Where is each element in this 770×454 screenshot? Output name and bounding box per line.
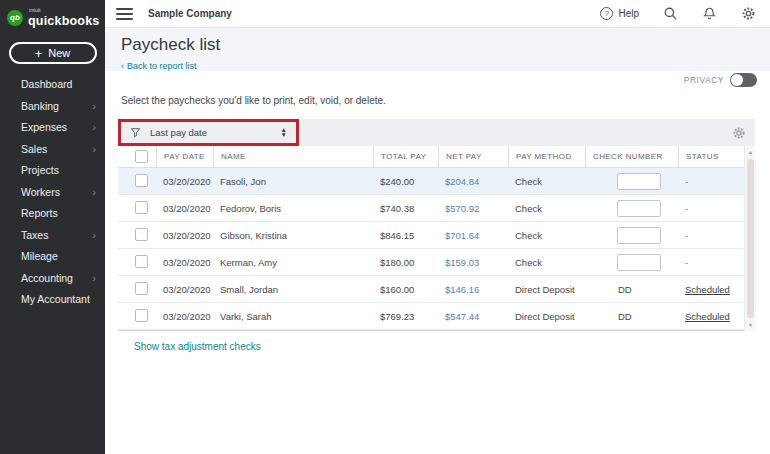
status-scheduled-link[interactable]: Scheduled xyxy=(685,311,730,322)
col-header-check-number: CHECK NUMBER xyxy=(585,146,678,167)
row-checkbox[interactable] xyxy=(135,282,148,295)
notifications-bell-icon[interactable] xyxy=(702,6,717,21)
filter-funnel-icon xyxy=(130,127,141,138)
search-icon[interactable] xyxy=(663,6,678,21)
qb-circle-icon: qb xyxy=(7,10,23,26)
sidebar-item-mileage[interactable]: Mileage xyxy=(0,246,105,268)
new-button-label: New xyxy=(48,47,70,59)
table-row: 03/20/2020 Fasoli, Jon $240.00 $204.84 C… xyxy=(118,168,755,195)
scrollbar-thumb[interactable] xyxy=(747,159,754,318)
sidebar-item-reports[interactable]: Reports xyxy=(0,203,105,225)
row-checkbox[interactable] xyxy=(135,255,148,268)
check-number-dd: DD xyxy=(585,311,678,322)
table-row: 03/20/2020 Small, Jordan $160.00 $146.16… xyxy=(118,276,755,303)
show-tax-adjustment-checks-link[interactable]: Show tax adjustment checks xyxy=(134,341,261,352)
check-number-input[interactable] xyxy=(617,200,661,217)
main-content: PRIVACY Select the paychecks you'd like … xyxy=(105,71,770,454)
paycheck-table: PAY DATE NAME TOTAL PAY NET PAY PAY METH… xyxy=(118,146,755,331)
scroll-down-icon[interactable]: ▼ xyxy=(745,322,757,328)
check-number-input[interactable] xyxy=(617,173,661,190)
sidebar-item-my-accountant[interactable]: My Accountant xyxy=(0,289,105,311)
net-pay-link[interactable]: $146.16 xyxy=(438,284,508,295)
hamburger-menu-icon[interactable] xyxy=(116,8,133,20)
col-header-pay-date: PAY DATE xyxy=(156,146,213,167)
select-all-checkbox[interactable] xyxy=(135,150,148,163)
dropdown-spinner-icon: ▲▼ xyxy=(281,128,287,136)
table-row: 03/20/2020 Varki, Sarah $769.23 $547.44 … xyxy=(118,303,755,330)
table-scrollbar[interactable]: ▲ ▼ xyxy=(744,146,756,331)
sidebar-item-expenses[interactable]: Expenses› xyxy=(0,117,105,139)
chevron-right-icon: › xyxy=(92,225,96,247)
row-checkbox[interactable] xyxy=(135,201,148,214)
topbar: Sample Company ? Help xyxy=(105,0,770,28)
check-number-input[interactable] xyxy=(617,227,661,244)
help-button[interactable]: ? Help xyxy=(600,7,639,20)
pay-date-filter-dropdown[interactable]: Last pay date ▲▼ xyxy=(118,119,299,146)
table-row: 03/20/2020 Gibson, Kristina $846.15 $701… xyxy=(118,222,755,249)
sidebar-item-workers[interactable]: Workers› xyxy=(0,182,105,204)
net-pay-link[interactable]: $547.44 xyxy=(438,311,508,322)
sidebar-nav: Dashboard Banking› Expenses› Sales› Proj… xyxy=(0,74,105,311)
table-header-row: PAY DATE NAME TOTAL PAY NET PAY PAY METH… xyxy=(118,146,755,168)
row-checkbox[interactable] xyxy=(135,228,148,241)
quickbooks-wordmark: quickbooks xyxy=(28,15,99,28)
net-pay-link[interactable]: $701.64 xyxy=(438,230,508,241)
chevron-right-icon: › xyxy=(92,182,96,204)
check-number-dd: DD xyxy=(585,284,678,295)
sidebar-item-sales[interactable]: Sales› xyxy=(0,139,105,161)
privacy-label: PRIVACY xyxy=(684,75,724,85)
sidebar-item-projects[interactable]: Projects xyxy=(0,160,105,182)
quickbooks-logo[interactable]: qb intuit quickbooks xyxy=(0,0,105,33)
help-icon: ? xyxy=(600,7,613,20)
table-settings-gear-icon[interactable] xyxy=(732,126,746,140)
chevron-right-icon: › xyxy=(92,96,96,118)
row-checkbox[interactable] xyxy=(135,309,148,322)
table-row: 03/20/2020 Fedorov, Boris $740.38 $570.9… xyxy=(118,195,755,222)
plus-icon: + xyxy=(35,47,43,60)
company-name: Sample Company xyxy=(148,8,232,19)
new-button[interactable]: + New xyxy=(9,42,97,64)
col-header-total-pay: TOTAL PAY xyxy=(373,146,438,167)
chevron-right-icon: › xyxy=(92,268,96,290)
scroll-up-icon[interactable]: ▲ xyxy=(745,149,757,155)
sidebar-item-dashboard[interactable]: Dashboard xyxy=(0,74,105,96)
app-window: qb intuit quickbooks + New Dashboard Ban… xyxy=(0,0,770,454)
table-row: 03/20/2020 Kerman, Amy $180.00 $159.03 C… xyxy=(118,249,755,276)
sidebar-item-taxes[interactable]: Taxes› xyxy=(0,225,105,247)
intuit-wordmark: intuit xyxy=(29,8,99,14)
check-number-input[interactable] xyxy=(617,254,661,271)
page-header: Paycheck list ‹ Back to report list xyxy=(105,28,770,71)
page-title: Paycheck list xyxy=(121,35,754,55)
table-toolbar: Last pay date ▲▼ xyxy=(118,119,755,146)
net-pay-link[interactable]: $159.03 xyxy=(438,257,508,268)
sidebar-item-banking[interactable]: Banking› xyxy=(0,96,105,118)
row-checkbox[interactable] xyxy=(135,174,148,187)
net-pay-link[interactable]: $204.84 xyxy=(438,176,508,187)
col-header-name: NAME xyxy=(213,146,373,167)
sidebar: qb intuit quickbooks + New Dashboard Ban… xyxy=(0,0,105,454)
col-header-status: STATUS xyxy=(678,146,743,167)
instruction-text: Select the paychecks you'd like to print… xyxy=(121,95,770,106)
privacy-toggle[interactable] xyxy=(730,73,757,87)
back-to-report-list-link[interactable]: ‹ Back to report list xyxy=(121,61,197,71)
net-pay-link[interactable]: $570.92 xyxy=(438,203,508,214)
chevron-left-icon: ‹ xyxy=(121,61,124,71)
status-scheduled-link[interactable]: Scheduled xyxy=(685,284,730,295)
sidebar-item-accounting[interactable]: Accounting› xyxy=(0,268,105,290)
col-header-net-pay: NET PAY xyxy=(438,146,508,167)
settings-gear-icon[interactable] xyxy=(741,6,756,21)
col-header-pay-method: PAY METHOD xyxy=(508,146,585,167)
chevron-right-icon: › xyxy=(92,117,96,139)
chevron-right-icon: › xyxy=(92,139,96,161)
filter-selected-value: Last pay date xyxy=(150,127,207,138)
